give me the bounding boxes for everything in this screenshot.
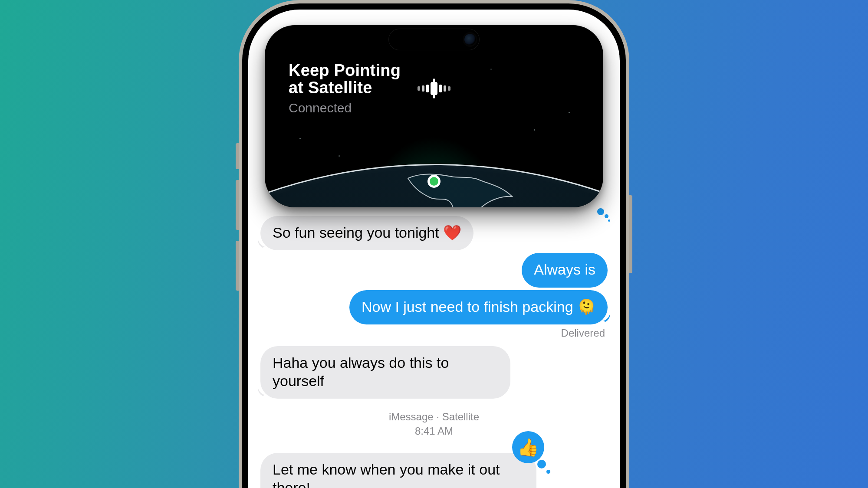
satellite-status: Connected	[289, 101, 430, 115]
message-text: So fun seeing you tonight ❤️	[273, 224, 461, 241]
message-row: So fun seeing you tonight ❤️	[260, 216, 608, 250]
message-bubble-incoming[interactable]: 👍 Let me know when you make it out there…	[260, 453, 536, 488]
message-row: 👍 Let me know when you make it out there…	[260, 453, 608, 488]
message-text: Now I just need to finish packing 🫠	[362, 298, 595, 315]
thumbs-up-icon: 👍	[517, 437, 539, 458]
messages-thread[interactable]: So fun seeing you tonight ❤️ Always is	[248, 213, 620, 488]
satellite-title-line2: at Satellite	[289, 79, 372, 97]
timestamp-time: 8:41 AM	[260, 424, 608, 438]
message-bubble-outgoing[interactable]: Now I just need to finish packing 🫠	[349, 290, 608, 324]
timestamp-meta: iMessage · Satellite	[260, 410, 608, 424]
message-row: Always is	[260, 253, 608, 287]
phone-frame: So fun seeing you tonight ❤️ Always is	[239, 0, 629, 488]
satellite-title-line1: Keep Pointing	[289, 61, 401, 79]
gradient-backdrop: So fun seeing you tonight ❤️ Always is	[0, 0, 868, 488]
message-text: Always is	[534, 261, 595, 278]
location-dot-icon	[427, 175, 441, 188]
earth-landmass-icon	[404, 170, 516, 207]
satellite-title-block: Keep Pointing at Satellite Connected	[289, 62, 430, 115]
message-text: Let me know when you make it out there!	[273, 461, 500, 488]
message-bubble-incoming[interactable]: Haha you always do this to yourself	[260, 346, 510, 399]
dynamic-island-satellite[interactable]: Keep Pointing at Satellite Connected	[265, 25, 603, 207]
phone-screen: So fun seeing you tonight ❤️ Always is	[248, 10, 620, 488]
front-camera-icon	[464, 34, 476, 45]
message-text: Haha you always do this to yourself	[273, 354, 449, 389]
message-row: Now I just need to finish packing 🫠	[260, 290, 608, 324]
thread-timestamp: iMessage · Satellite 8:41 AM	[260, 410, 608, 438]
message-bubble-incoming[interactable]: So fun seeing you tonight ❤️	[260, 216, 473, 250]
tapback-reaction[interactable]: 👍	[512, 431, 544, 463]
message-bubble-outgoing[interactable]: Always is	[522, 253, 608, 287]
delivered-label: Delivered	[260, 327, 605, 339]
message-row: Haha you always do this to yourself	[260, 346, 608, 399]
